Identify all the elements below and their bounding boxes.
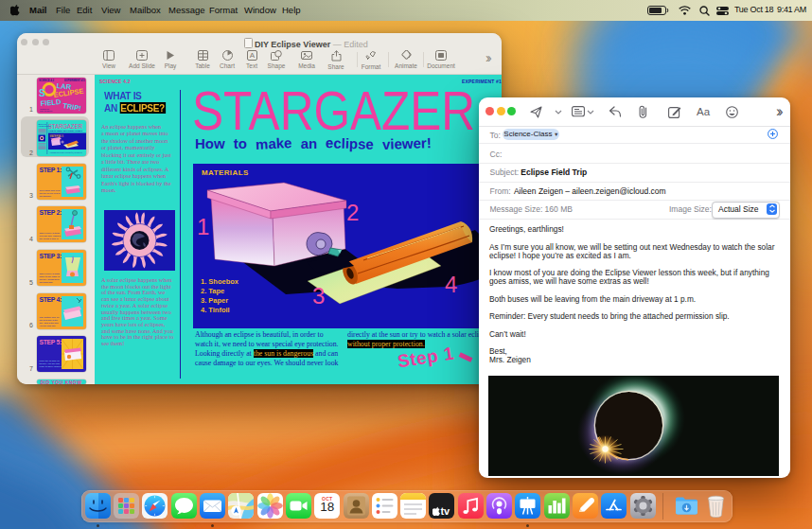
svg-text:FIELD: FIELD xyxy=(40,97,62,108)
svg-text:pin, punch a hole in: pin, punch a hole in xyxy=(39,238,59,240)
svg-text:STEP 3:: STEP 3: xyxy=(39,253,61,259)
svg-text:the tinfoil side.: the tinfoil side. xyxy=(39,281,53,283)
svg-text:Cut a small hole near: Cut a small hole near xyxy=(39,189,60,191)
svg-text:Tape a piece of tinfoil: Tape a piece of tinfoil xyxy=(39,232,60,234)
svg-text:over the hole. Using a: over the hole. Using a xyxy=(39,235,61,237)
svg-text:Tape a piece of white: Tape a piece of white xyxy=(39,273,60,274)
svg-text:STEP 2:: STEP 2: xyxy=(39,209,61,216)
svg-text:you will look into.: you will look into. xyxy=(39,325,56,326)
svg-text:STARGAZER: STARGAZER xyxy=(192,80,475,135)
svg-text:paper to the inside of: paper to the inside of xyxy=(39,275,60,277)
svg-text:4. Tinfoil: 4. Tinfoil xyxy=(201,306,230,314)
svg-text:A: A xyxy=(249,51,255,60)
svg-text:STEP 5:: STEP 5: xyxy=(39,339,61,345)
svg-text:How to make an eclipse viewer!: How to make an eclipse viewer! xyxy=(48,130,82,132)
svg-text:3. Paper: 3. Paper xyxy=(201,296,228,305)
svg-text:Use another hole on: Use another hole on xyxy=(39,316,59,318)
svg-text:MATERIALS: MATERIALS xyxy=(49,134,63,138)
svg-text:STARGAZER: STARGAZER xyxy=(48,123,82,130)
svg-text:STEP 1:: STEP 1: xyxy=(39,167,61,173)
svg-text:box. This is the hole: box. This is the hole xyxy=(39,322,59,324)
svg-text:the shoebox.: the shoebox. xyxy=(39,195,52,197)
svg-text:the long side of the: the long side of the xyxy=(39,319,58,321)
svg-text:Although an eclipse is beautif: Although an eclipse is beautiful, in ord… xyxy=(49,151,82,154)
svg-text:S: S xyxy=(39,88,45,98)
svg-text:EXPERIMENT #11: EXPERIMENT #11 xyxy=(64,78,85,81)
svg-text:4: 4 xyxy=(445,272,457,297)
svg-text:ready to safely observe: ready to safely observe xyxy=(39,365,62,367)
svg-text:1. Shoebox: 1. Shoebox xyxy=(201,277,239,286)
svg-text:Mrs. Zeigen's: Mrs. Zeigen's xyxy=(40,110,53,112)
svg-text:2: 2 xyxy=(346,200,359,225)
svg-text:1: 1 xyxy=(197,214,209,239)
svg-text:the top on one end of: the top on one end of xyxy=(39,192,60,194)
svg-text:STEP 4:: STEP 4: xyxy=(39,296,61,303)
svg-text:2. Tape: 2. Tape xyxy=(201,287,224,295)
svg-text:Place the lid back on: Place the lid back on xyxy=(39,360,60,361)
svg-text:TRIP!: TRIP! xyxy=(62,101,81,113)
svg-text:AN ECLIPSE?: AN ECLIPSE? xyxy=(38,125,51,127)
svg-text:the box. You are now: the box. You are now xyxy=(39,362,60,364)
svg-text:SCIENCE 4.2: SCIENCE 4.2 xyxy=(39,78,54,81)
svg-text:3: 3 xyxy=(312,283,325,309)
